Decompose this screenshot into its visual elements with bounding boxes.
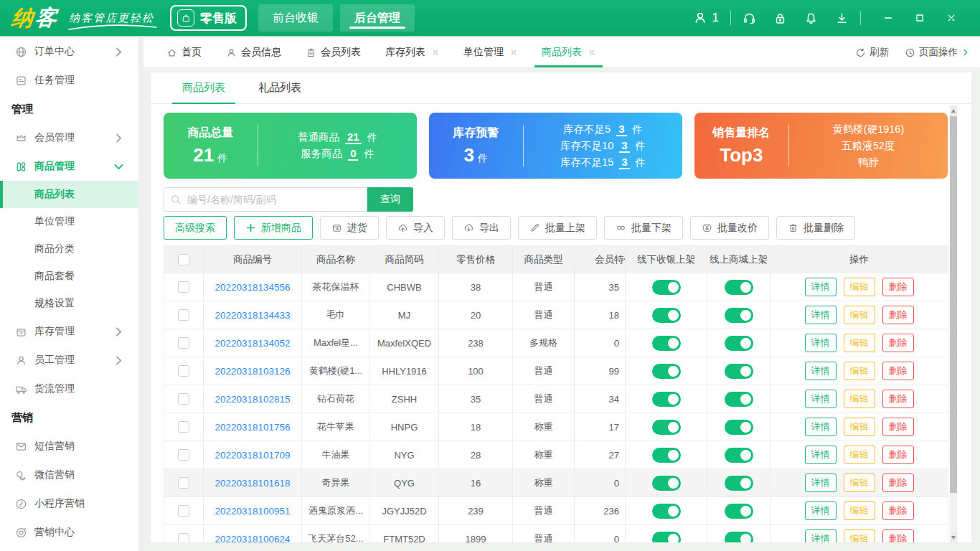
online-shelf-toggle[interactable]	[725, 280, 753, 295]
offline-shelf-toggle[interactable]	[652, 280, 681, 295]
purchase-button[interactable]: 进货	[320, 216, 379, 240]
offline-shelf-toggle[interactable]	[652, 420, 681, 435]
lock-icon[interactable]	[773, 11, 787, 25]
tab-home[interactable]: 首页	[159, 37, 209, 67]
detail-button[interactable]: 详情	[805, 278, 837, 296]
row-checkbox[interactable]	[178, 505, 189, 517]
delete-button[interactable]: 删除	[882, 278, 914, 296]
edit-button[interactable]: 编辑	[844, 334, 875, 352]
edit-button[interactable]: 编辑	[844, 390, 875, 408]
product-id-link[interactable]: 20220318100951	[215, 506, 290, 517]
table-scrollbar[interactable]	[950, 105, 957, 542]
select-all-checkbox[interactable]	[178, 254, 189, 265]
online-shelf-toggle[interactable]	[725, 532, 753, 543]
advanced-search-button[interactable]: 高级搜索	[164, 216, 227, 240]
product-id-link[interactable]: 20220318102815	[215, 394, 290, 405]
product-id-link[interactable]: 20220318134052	[215, 338, 290, 349]
detail-button[interactable]: 详情	[805, 306, 837, 324]
delete-button[interactable]: 删除	[882, 501, 914, 520]
offline-shelf-toggle[interactable]	[652, 308, 681, 323]
row-checkbox[interactable]	[178, 337, 189, 349]
sidebar-item-staff-management[interactable]: 员工管理	[0, 346, 143, 375]
offline-shelf-toggle[interactable]	[652, 532, 681, 543]
online-shelf-toggle[interactable]	[725, 392, 753, 407]
row-checkbox[interactable]	[178, 393, 189, 405]
cashier-nav-button[interactable]: 前台收银	[258, 4, 333, 32]
detail-button[interactable]: 详情	[805, 362, 837, 380]
delete-button[interactable]: 删除	[882, 390, 914, 408]
row-checkbox[interactable]	[178, 449, 189, 461]
offline-shelf-toggle[interactable]	[652, 364, 681, 379]
add-product-button[interactable]: 新增商品	[234, 216, 313, 240]
sidebar-item-inventory-management[interactable]: 库存管理	[0, 317, 143, 346]
batch-delete-button[interactable]: 批量删除	[776, 216, 855, 240]
sidebar-item-member-management[interactable]: 会员管理	[0, 123, 143, 152]
edit-button[interactable]: 编辑	[844, 418, 875, 436]
offline-shelf-toggle[interactable]	[652, 392, 681, 407]
edit-button[interactable]: 编辑	[844, 362, 875, 380]
sidebar-subitem-product-combo[interactable]: 商品套餐	[0, 263, 143, 290]
import-button[interactable]: 导入	[386, 216, 445, 240]
page-ops-button[interactable]: 页面操作	[905, 46, 970, 59]
tab-member-list[interactable]: 会员列表	[298, 37, 368, 67]
backend-nav-button[interactable]: 后台管理	[340, 4, 415, 32]
offline-shelf-toggle[interactable]	[652, 336, 681, 351]
online-shelf-toggle[interactable]	[725, 364, 753, 379]
minimize-button[interactable]	[872, 0, 904, 36]
product-id-link[interactable]: 20220318134556	[215, 282, 290, 293]
headset-icon[interactable]	[743, 11, 756, 25]
edit-button[interactable]: 编辑	[844, 306, 875, 324]
row-checkbox[interactable]	[178, 477, 189, 489]
tab-unit-management[interactable]: 单位管理	[456, 37, 524, 67]
refresh-button[interactable]: 刷新	[855, 46, 889, 59]
scroll-down-arrow[interactable]	[950, 532, 957, 542]
sidebar-item-miniprogram-marketing[interactable]: 小程序营销	[0, 489, 143, 518]
sidebar-item-order-center[interactable]: 订单中心	[0, 37, 143, 66]
batch-shelf-on-button[interactable]: 批量上架	[518, 216, 597, 240]
edit-button[interactable]: 编辑	[844, 474, 875, 492]
sidebar-subitem-unit-management[interactable]: 单位管理	[0, 208, 143, 235]
user-indicator[interactable]: 1	[693, 11, 719, 25]
sidebar-item-marketing-center[interactable]: 营销中心	[0, 518, 143, 547]
online-shelf-toggle[interactable]	[725, 308, 753, 323]
sidebar-item-task-management[interactable]: 任务管理	[0, 66, 143, 95]
sidebar-item-logistics-management[interactable]: 货流管理	[0, 375, 143, 403]
online-shelf-toggle[interactable]	[725, 420, 753, 435]
row-checkbox[interactable]	[178, 533, 189, 542]
detail-button[interactable]: 详情	[805, 474, 837, 492]
edit-button[interactable]: 编辑	[844, 446, 875, 464]
delete-button[interactable]: 删除	[882, 306, 914, 324]
offline-shelf-toggle[interactable]	[652, 476, 681, 491]
online-shelf-toggle[interactable]	[725, 476, 753, 491]
delete-button[interactable]: 删除	[882, 529, 914, 542]
panel-tab-product-list[interactable]: 商品列表	[172, 72, 235, 103]
edit-button[interactable]: 编辑	[844, 278, 875, 296]
delete-button[interactable]: 删除	[882, 362, 914, 380]
detail-button[interactable]: 详情	[805, 529, 837, 542]
detail-button[interactable]: 详情	[805, 501, 837, 520]
detail-button[interactable]: 详情	[805, 390, 837, 408]
product-id-link[interactable]: 20220318100624	[215, 534, 290, 543]
edit-button[interactable]: 编辑	[844, 501, 875, 520]
offline-shelf-toggle[interactable]	[652, 504, 681, 519]
scroll-thumb[interactable]	[950, 116, 957, 493]
sidebar-subitem-product-list[interactable]: 商品列表	[0, 181, 143, 208]
sidebar-item-product-management[interactable]: 商品管理	[0, 152, 143, 181]
online-shelf-toggle[interactable]	[725, 448, 753, 463]
batch-reprice-button[interactable]: 批量改价	[690, 216, 769, 240]
delete-button[interactable]: 删除	[882, 418, 914, 436]
sidebar-subitem-product-category[interactable]: 商品分类	[0, 235, 143, 263]
panel-tab-gift-list[interactable]: 礼品列表	[248, 72, 311, 103]
detail-button[interactable]: 详情	[805, 446, 837, 464]
sidebar-item-wechat-marketing[interactable]: 微信营销	[0, 461, 143, 489]
batch-shelf-off-button[interactable]: 批量下架	[604, 216, 683, 240]
detail-button[interactable]: 详情	[805, 418, 837, 436]
maximize-button[interactable]	[904, 0, 936, 36]
query-button[interactable]: 查询	[367, 187, 413, 212]
detail-button[interactable]: 详情	[805, 334, 837, 352]
row-checkbox[interactable]	[178, 281, 189, 293]
tab-inventory-list[interactable]: 库存列表	[378, 37, 446, 67]
bell-icon[interactable]	[804, 11, 818, 25]
product-id-link[interactable]: 20220318101709	[215, 450, 290, 461]
search-input[interactable]	[182, 188, 367, 211]
